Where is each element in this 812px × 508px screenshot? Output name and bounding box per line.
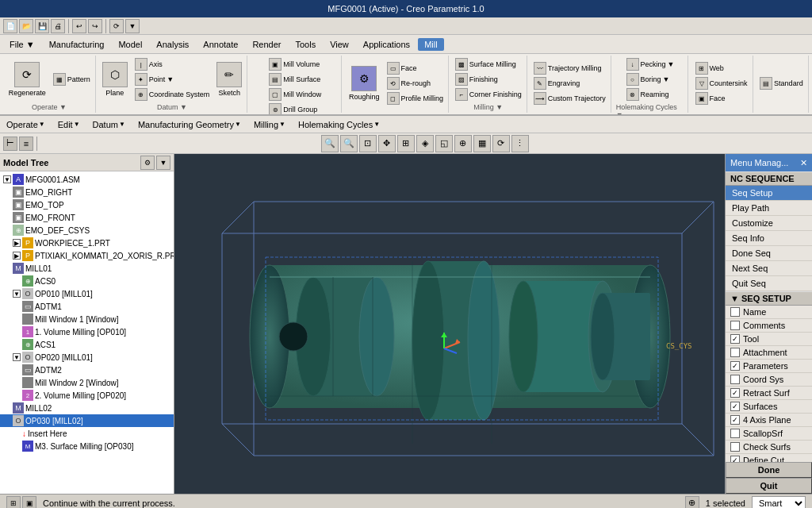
cb-scallop[interactable] [730, 429, 740, 438]
mm-check-retract-surf[interactable]: ✓ Retract Surf [726, 387, 812, 400]
tree-item-op030[interactable]: O OP030 [MILL02] [0, 414, 174, 427]
view3d-button[interactable]: ◈ [416, 135, 434, 152]
tree-item-insert-here[interactable]: ↓ Insert Here [0, 427, 174, 440]
tree-item-emo-right[interactable]: ▣ EMO_RIGHT [0, 186, 174, 198]
reaming-button[interactable]: ⊗ Reaming [624, 87, 677, 102]
mm-close-icon[interactable]: ✕ [800, 158, 807, 168]
tree-item-acs0[interactable]: ⊕ ACS0 [0, 275, 174, 287]
nav-icon[interactable]: ⊕ [685, 496, 699, 509]
standard-button[interactable]: ▤ Standard [757, 76, 806, 90]
tree-item-vol-mill1[interactable]: 1 1. Volume Milling [OP010] [0, 325, 174, 338]
save-button[interactable]: 💾 [35, 19, 49, 33]
open-button[interactable]: 📂 [19, 19, 33, 33]
row2-edit[interactable]: Edit ▼ [55, 119, 83, 130]
tree-item-mill-window1[interactable]: Mill Window 1 [Window] [0, 313, 174, 325]
custom-trajectory-button[interactable]: ⟿ Custom Trajectory [531, 91, 608, 106]
mm-check-name[interactable]: Name [726, 306, 812, 319]
mm-done-seq[interactable]: Done Seq [726, 246, 812, 261]
mill-window-button[interactable]: ▢ Mill Window [266, 87, 324, 102]
tree-filter-button[interactable]: ▼ [156, 156, 170, 170]
expand-ptixiaki[interactable]: ▶ [13, 252, 21, 260]
mm-check-tool[interactable]: ✓ Tool [726, 333, 812, 346]
menu-render[interactable]: Render [246, 38, 287, 51]
cb-parameters[interactable]: ✓ [730, 361, 740, 371]
menu-tools[interactable]: Tools [289, 38, 322, 51]
axis-button[interactable]: | Axis [132, 57, 213, 71]
web-button[interactable]: ⊞ Web [693, 61, 750, 75]
menu-model[interactable]: Model [112, 38, 148, 51]
coord-sys-button[interactable]: ⊕ Coordinate System [132, 87, 213, 102]
tree-item-adtm1[interactable]: ▭ ADTM1 [0, 300, 174, 313]
mm-check-4axis[interactable]: ✓ 4 Axis Plane [726, 414, 812, 427]
mm-check-attachment[interactable]: Attachment [726, 346, 812, 360]
re-rough-button[interactable]: ⟲ Re-rough [385, 76, 446, 90]
menu-manufacturing[interactable]: Manufacturing [43, 38, 111, 51]
zoom-out-button[interactable]: 🔍 [340, 135, 358, 152]
layer-btn[interactable]: ≡ [19, 137, 33, 151]
tree-item-emo-top[interactable]: ▣ EMO_TOP [0, 198, 174, 211]
menu-annotate[interactable]: Annotate [197, 38, 244, 51]
selection-mode-select[interactable]: Smart Feature Part [752, 496, 806, 509]
mm-check-coord-sys[interactable]: Coord Sys [726, 373, 812, 387]
print-button[interactable]: 🖨 [51, 19, 65, 33]
zoom-pan-button[interactable]: ✥ [378, 135, 396, 152]
boring-button[interactable]: ○ Boring ▼ [624, 72, 677, 87]
point-button[interactable]: ✦ Point ▼ [132, 72, 213, 87]
regen-button[interactable]: ⟳ [109, 19, 124, 33]
mm-check-scallop[interactable]: ScallopSrf [726, 427, 812, 441]
roughing-button[interactable]: ⚙ Roughing [346, 64, 383, 102]
cb-check-surfs[interactable] [730, 442, 740, 452]
mm-check-surfaces[interactable]: ✓ Surfaces [726, 400, 812, 414]
finishing-button[interactable]: ▨ Finishing [453, 72, 524, 87]
expand-op020[interactable]: ▼ [13, 353, 21, 361]
mill-surface-button[interactable]: ▤ Mill Surface [266, 72, 324, 87]
fit-button[interactable]: ⊞ [397, 135, 415, 152]
expand-workpiece[interactable]: ▶ [13, 239, 21, 247]
cb-name[interactable] [730, 307, 740, 317]
sketch-button[interactable]: ✏ Sketch [213, 60, 245, 98]
surface-milling-button[interactable]: ▩ Surface Milling [453, 57, 524, 71]
tree-item-mill01[interactable]: M MILL01 [0, 262, 174, 275]
pecking-button[interactable]: ↓ Pecking ▼ [624, 57, 677, 71]
cb-surfaces[interactable]: ✓ [730, 402, 740, 411]
tree-item-emo-front[interactable]: ▣ EMO_FRONT [0, 211, 174, 224]
redo-button[interactable]: ↪ [88, 19, 102, 33]
tree-settings-button[interactable]: ⚙ [140, 156, 155, 170]
new-button[interactable]: 📄 [3, 19, 17, 33]
mm-quit-button[interactable]: Quit [726, 478, 812, 494]
mm-check-define-cut[interactable]: ✓ Define Cut [726, 454, 812, 462]
mm-done-button[interactable]: Done [726, 462, 812, 478]
tree-item-workpiece[interactable]: ▶ P WORKPIECE_1.PRT [0, 237, 174, 249]
row2-datum[interactable]: Datum ▼ [90, 119, 128, 130]
tree-item-surf-mill3[interactable]: M M3. Surface Milling [OP030] [0, 440, 174, 452]
menu-analysis[interactable]: Analysis [150, 38, 195, 51]
orient-button[interactable]: ⊕ [454, 135, 472, 152]
tree-item-mfg0001[interactable]: ▼ A MFG0001.ASM [0, 173, 174, 186]
display-button[interactable]: ▦ [473, 135, 491, 152]
expand-op010[interactable]: ▼ [13, 290, 21, 298]
menu-file[interactable]: File ▼ [3, 38, 41, 51]
plane-button[interactable]: ⬡ Plane [99, 60, 131, 98]
cb-retract-surf[interactable]: ✓ [730, 388, 740, 398]
mm-quit-seq[interactable]: Quit Seq [726, 276, 812, 291]
zoom-in-button[interactable]: 🔍 [321, 135, 339, 152]
mm-check-comments[interactable]: Comments [726, 319, 812, 333]
more-button[interactable]: ▼ [125, 19, 140, 33]
repaint-button[interactable]: ⟳ [492, 135, 510, 152]
mm-check-parameters[interactable]: ✓ Parameters [726, 360, 812, 373]
cb-attachment[interactable] [730, 348, 740, 357]
menu-applications[interactable]: Applications [357, 38, 416, 51]
trajectory-milling-button[interactable]: 〰 Trajectory Milling [531, 61, 608, 75]
row2-milling[interactable]: Milling ▼ [251, 119, 289, 130]
drill-group-button[interactable]: ⊚ Drill Group [266, 102, 324, 116]
extras-button[interactable]: ⋮ [511, 135, 529, 152]
tree-item-mill-window2[interactable]: Mill Window 2 [Window] [0, 376, 174, 389]
menu-mill[interactable]: Mill [418, 38, 444, 51]
pattern-button[interactable]: ▦ Pattern [51, 72, 93, 87]
status-icon-2[interactable]: ▣ [22, 496, 36, 509]
cb-coord-sys[interactable] [730, 375, 740, 384]
mill-volume-button[interactable]: ▣ Mill Volume [266, 57, 324, 71]
face2-button[interactable]: ▣ Face [693, 91, 750, 106]
mm-seq-info[interactable]: Seq Info [726, 231, 812, 246]
mm-seq-setup[interactable]: Seq Setup [726, 186, 812, 201]
